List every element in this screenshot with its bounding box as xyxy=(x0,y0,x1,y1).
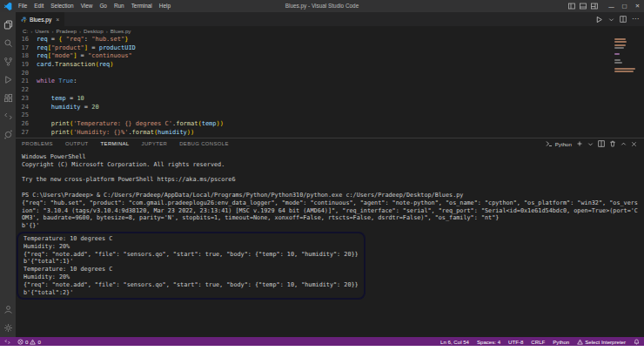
minimize-button[interactable]: — xyxy=(605,0,618,12)
token xyxy=(37,95,51,102)
line-number: 18 xyxy=(16,52,37,61)
remote-explorer-icon[interactable] xyxy=(0,107,16,125)
code-editor[interactable]: 16req = { "req": "hub.set"}17req["produc… xyxy=(16,36,644,138)
code-line: 17req["product"] = productUID xyxy=(16,44,644,53)
menu-terminal[interactable]: Terminal xyxy=(128,0,156,12)
notifications-bell[interactable] xyxy=(634,339,640,345)
breadcrumb-item[interactable]: Blues.py xyxy=(111,28,131,34)
token: "product" xyxy=(51,44,84,51)
remote-indicator[interactable] xyxy=(4,339,10,345)
source-control-icon[interactable] xyxy=(0,52,16,71)
minimap-line xyxy=(614,59,621,61)
code-line: 23 temp = 10 xyxy=(16,95,644,104)
breadcrumb-item[interactable]: Pradeep xyxy=(56,28,76,34)
menu-run[interactable]: Run xyxy=(111,0,128,12)
code-line: 25 xyxy=(16,111,644,120)
token: 10 xyxy=(77,95,84,102)
breadcrumb-separator: › xyxy=(30,28,32,34)
token: True xyxy=(58,78,73,84)
menu-selection[interactable]: Selection xyxy=(47,0,77,12)
language-mode[interactable]: Python xyxy=(553,339,569,345)
panel-tab-debug-console[interactable]: DEBUG CONSOLE xyxy=(173,138,235,150)
panel-tab-output[interactable]: OUTPUT xyxy=(59,138,95,150)
account-icon[interactable] xyxy=(0,300,16,319)
token: "mode" xyxy=(51,52,73,59)
code-line: 27 print('Humidity: {}%'.format(humidity… xyxy=(16,129,644,138)
minimap-line xyxy=(614,53,620,55)
token: req xyxy=(37,44,48,51)
token: "req" xyxy=(66,36,84,43)
editor-tab-bar: Blues.py × ⋯ xyxy=(16,12,644,26)
split-editor-icon[interactable] xyxy=(620,16,627,23)
terminal-line xyxy=(22,169,638,177)
token: temp xyxy=(202,120,217,127)
menu-help[interactable]: Help xyxy=(156,0,174,12)
run-debug-icon[interactable] xyxy=(0,71,16,89)
cursor-position[interactable]: Ln 6, Col 54 xyxy=(440,339,469,345)
jupyter-icon[interactable] xyxy=(0,125,16,144)
code-lines: 16req = { "req": "hub.set"}17req["produc… xyxy=(16,36,644,137)
maximize-button[interactable]: ▢ xyxy=(618,0,631,12)
token: = xyxy=(77,52,88,59)
search-icon[interactable] xyxy=(0,34,16,52)
menu-bar: FileEditSelectionViewGoRunTerminalHelp xyxy=(15,0,174,12)
terminal-dropdown-icon[interactable] xyxy=(587,141,594,147)
interpreter-warning-icon xyxy=(577,339,583,345)
select-interpreter[interactable]: Select Interpreter xyxy=(577,339,626,345)
minimap[interactable] xyxy=(614,38,637,74)
line-number: 17 xyxy=(16,44,37,53)
customize-layout-icon[interactable] xyxy=(591,3,598,10)
line-number: 21 xyxy=(16,78,37,86)
menu-view[interactable]: View xyxy=(77,0,97,12)
terminal-output[interactable]: Windows PowerShellCopyright (C) Microsof… xyxy=(16,149,644,337)
code-text: req["mode"] = "continuous" xyxy=(37,52,132,61)
breadcrumb-item[interactable]: Users xyxy=(35,28,49,34)
token: req xyxy=(37,52,48,59)
token: format xyxy=(132,129,154,136)
token: while xyxy=(37,78,58,84)
panel-tab-problems[interactable]: PROBLEMS xyxy=(16,138,59,150)
problems-indicator[interactable]: 0 0 xyxy=(17,339,41,345)
token: "hub.set" xyxy=(91,36,124,43)
line-number: 24 xyxy=(16,104,37,112)
close-button[interactable]: ✕ xyxy=(631,0,644,12)
more-actions-icon[interactable]: ⋯ xyxy=(632,12,639,26)
menu-file[interactable]: File xyxy=(15,0,30,12)
terminal-line xyxy=(22,184,638,192)
panel-tab-terminal[interactable]: TERMINAL xyxy=(95,138,136,150)
kill-terminal-icon[interactable] xyxy=(609,140,616,147)
new-terminal-icon[interactable] xyxy=(576,140,583,147)
eol-sequence[interactable]: CRLF xyxy=(531,339,545,345)
encoding[interactable]: UTF-8 xyxy=(508,339,523,345)
toggle-sidebar-icon[interactable] xyxy=(568,3,575,10)
token: = xyxy=(88,44,99,51)
breadcrumb: C:›Users›Pradeep›Desktop›Blues.py xyxy=(16,26,644,36)
run-python-file-icon[interactable] xyxy=(595,16,603,24)
extensions-icon[interactable] xyxy=(0,89,16,107)
run-dropdown-icon[interactable] xyxy=(608,17,614,23)
terminal-line: {"req": "hub.set", "product": "com.gmail… xyxy=(22,199,638,222)
indentation[interactable]: Spaces: 4 xyxy=(477,339,500,345)
tab-close-icon[interactable]: × xyxy=(56,17,59,23)
settings-gear-icon[interactable] xyxy=(0,319,16,337)
minimap-line xyxy=(614,41,627,43)
token xyxy=(37,120,51,127)
explorer-icon[interactable] xyxy=(0,16,16,34)
code-text: req["product"] = productUID xyxy=(37,44,136,53)
panel-tab-jupyter[interactable]: JUPYTER xyxy=(136,138,174,150)
terminal-process-select[interactable]: Python xyxy=(546,140,572,147)
tab-blues-py[interactable]: Blues.py × xyxy=(16,12,65,26)
terminal-line: {"req": "note.add", "file": "sensors.qo"… xyxy=(23,251,359,259)
token: productUID xyxy=(99,44,136,51)
menu-go[interactable]: Go xyxy=(96,0,111,12)
menu-edit[interactable]: Edit xyxy=(30,0,47,12)
breadcrumb-separator: › xyxy=(106,28,108,34)
close-panel-icon[interactable] xyxy=(631,141,637,147)
toggle-panel-icon[interactable] xyxy=(580,3,587,10)
maximize-panel-icon[interactable] xyxy=(621,141,627,147)
split-terminal-icon[interactable] xyxy=(598,140,605,147)
token: humidity xyxy=(51,104,81,111)
code-line: 16req = { "req": "hub.set"} xyxy=(16,36,644,44)
breadcrumb-item[interactable]: C: xyxy=(23,28,28,34)
breadcrumb-item[interactable]: Desktop xyxy=(84,28,104,34)
